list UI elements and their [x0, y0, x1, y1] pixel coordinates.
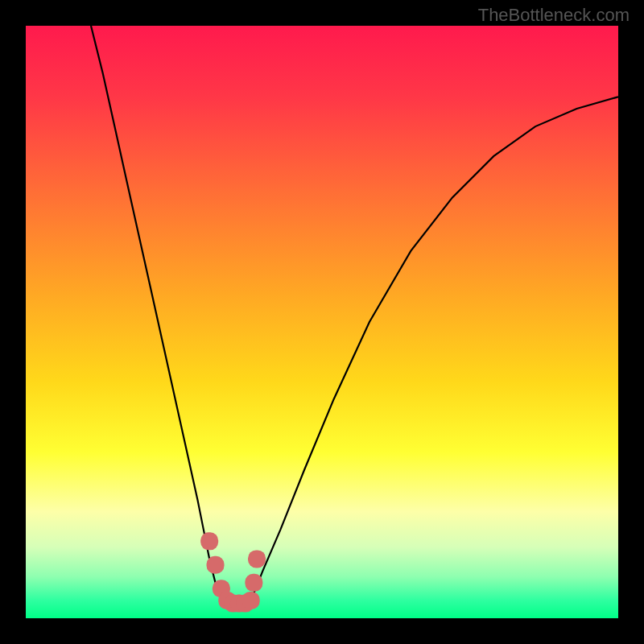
- chart-marker: [245, 574, 262, 592]
- chart-plot-area: [26, 26, 618, 618]
- chart-marker: [200, 532, 218, 550]
- chart-line-left-branch: [91, 26, 221, 601]
- chart-marker: [207, 556, 225, 574]
- chart-line-right-branch: [251, 97, 618, 601]
- chart-marker: [242, 592, 260, 609]
- chart-marker: [248, 550, 266, 568]
- watermark-text: TheBottleneck.com: [478, 5, 630, 26]
- chart-curves: [26, 26, 618, 618]
